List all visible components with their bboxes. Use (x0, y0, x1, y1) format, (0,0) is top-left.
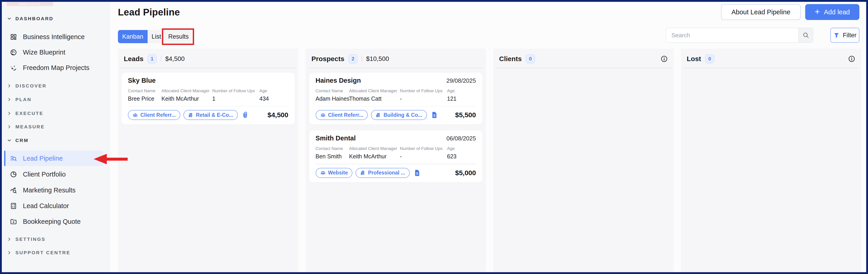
source-tag: Client Referr... (316, 110, 368, 120)
card-date: 06/08/2025 (446, 135, 476, 142)
info-button[interactable] (660, 55, 668, 62)
column-name: Prospects (312, 55, 344, 63)
filter-button-label: Filter (843, 32, 857, 39)
card-divider (128, 106, 288, 107)
lead-card-smith-dental[interactable]: Smith Dental 06/08/2025 Contact Name Ben… (309, 130, 483, 183)
folder-star-icon (10, 218, 17, 225)
lead-card-sky-blue[interactable]: Sky Blue Contact Name Bree Price Allocat… (122, 73, 295, 125)
column-count-badge: 1 (148, 54, 157, 63)
card-tags-row: Website Professional ... $5,000 (316, 168, 476, 178)
sparkles-icon (10, 64, 17, 71)
sidebar-section-settings[interactable]: SETTINGS (7, 236, 45, 243)
field-label: Number of Follow Ups (212, 88, 259, 93)
sidebar-item-marketing-results[interactable]: Marketing Results (10, 186, 75, 195)
sidebar-section-plan[interactable]: PLAN (7, 96, 32, 103)
card-title: Haines Design (316, 77, 361, 84)
chevron-right-icon (7, 83, 12, 88)
field-label: Allocated Client Manager (161, 88, 212, 93)
field-label: Age (259, 88, 288, 93)
about-lead-pipeline-button[interactable]: About Lead Pipeline (721, 4, 801, 20)
sidebar-item-business-intelligence[interactable]: Business Intelligence (10, 32, 85, 42)
card-title: Sky Blue (128, 77, 156, 84)
sidebar-item-wize-blueprint[interactable]: Wize Blueprint (10, 48, 65, 57)
sidebar-item-lead-calculator[interactable]: Lead Calculator (10, 201, 69, 210)
sidebar-item-label: Wize Blueprint (23, 49, 65, 56)
sidebar-section-execute[interactable]: EXECUTE (7, 110, 43, 117)
section-label: PLAN (16, 97, 32, 102)
app-window: wizementoring DASHBOARD Business Intelli… (0, 0, 868, 274)
face-icon (10, 49, 17, 56)
sidebar-item-bookkeeping-quote[interactable]: Bookkeeping Quote (10, 217, 81, 226)
tag-label: Client Referr... (328, 112, 364, 118)
card-title: Smith Dental (316, 135, 356, 142)
lead-card-haines-design[interactable]: Haines Design 29/08/2025 Contact Name Ad… (309, 73, 483, 125)
sidebar-item-label: Lead Pipeline (23, 155, 63, 162)
source-tag: Website (316, 168, 352, 178)
kanban-board: Leads 1 $4,500 Sky Blue Contact Name Bre… (118, 49, 861, 272)
chevron-down-icon (7, 138, 12, 143)
note-document[interactable] (430, 111, 438, 119)
column-count-badge: 2 (348, 54, 358, 63)
column-leads: Leads 1 $4,500 Sky Blue Contact Name Bre… (118, 49, 299, 272)
tab-list[interactable]: List (148, 30, 165, 43)
section-label: CRM (16, 138, 29, 143)
building-icon (360, 170, 366, 175)
industry-tag: Retail & E-Co... (183, 110, 238, 120)
section-label: SETTINGS (16, 237, 45, 242)
column-header: Clients 0 (499, 54, 668, 64)
search-input[interactable] (666, 28, 798, 43)
add-lead-button[interactable]: + Add lead (805, 4, 859, 20)
sidebar-section-discover[interactable]: DISCOVER (7, 82, 47, 89)
column-cards: Sky Blue Contact Name Bree Price Allocat… (118, 68, 299, 125)
logo-text-rest: mentoring (26, 2, 40, 6)
tag-label: Professional ... (368, 170, 405, 176)
column-cards: Haines Design 29/08/2025 Contact Name Ad… (306, 68, 486, 183)
note-document[interactable] (413, 169, 421, 177)
document-icon (413, 169, 421, 177)
lead-search-icon (10, 155, 17, 162)
tab-results[interactable]: Results (165, 30, 192, 43)
building-icon (188, 112, 194, 118)
column-cards (681, 68, 861, 73)
sidebar-section-support-centre[interactable]: SUPPORT CENTRE (7, 249, 70, 256)
follow-ups-value: 1 (212, 95, 259, 102)
client-manager-value: Keith McArthur (349, 153, 400, 160)
filter-button[interactable]: Filter (830, 28, 859, 43)
people-icon (320, 170, 326, 175)
sidebar-item-client-portfolio[interactable]: Client Portfolio (10, 170, 66, 179)
tab-kanban[interactable]: Kanban (118, 30, 148, 43)
sidebar-item-lead-pipeline[interactable]: Lead Pipeline (4, 150, 103, 166)
page-title: Lead Pipeline (118, 7, 180, 18)
paperclip-icon (241, 111, 249, 119)
column-name: Lost (687, 55, 701, 63)
sidebar-section-crm[interactable]: CRM (7, 137, 29, 144)
sidebar-item-label: Lead Calculator (23, 202, 69, 210)
section-label: SUPPORT CENTRE (16, 250, 70, 255)
search-submit[interactable] (798, 28, 813, 43)
contact-name-value: Adam Haines (316, 95, 349, 102)
column-lost: Lost 0 (681, 49, 861, 272)
card-divider (316, 164, 476, 164)
view-tabs: Kanban List Results (118, 30, 192, 43)
chevron-right-icon (7, 237, 12, 242)
column-cards (493, 68, 674, 73)
sidebar-section-dashboard[interactable]: DASHBOARD (7, 15, 54, 22)
age-value: 121 (447, 95, 476, 102)
tag-label: Retail & E-Co... (196, 112, 233, 118)
card-value: $5,000 (455, 169, 476, 177)
field-label: Number of Follow Ups (400, 146, 447, 151)
sidebar-item-label: Business Intelligence (23, 33, 85, 41)
sidebar: wizementoring DASHBOARD Business Intelli… (2, 2, 110, 272)
tab-label: Results (168, 33, 189, 40)
attachment[interactable] (241, 111, 249, 119)
section-label: DASHBOARD (16, 16, 54, 21)
field-label: Age (447, 88, 476, 93)
sidebar-section-measure[interactable]: MEASURE (7, 124, 45, 130)
column-count-badge: 0 (526, 54, 535, 63)
plus-icon: + (815, 7, 820, 16)
info-button[interactable] (848, 55, 855, 62)
sidebar-item-freedom-map-projects[interactable]: Freedom Map Projects (10, 63, 89, 72)
follow-ups-value: - (400, 95, 447, 102)
card-tags-row: Client Referr... Building & Co... $5,500 (316, 110, 476, 120)
active-accent-bar (4, 150, 5, 166)
